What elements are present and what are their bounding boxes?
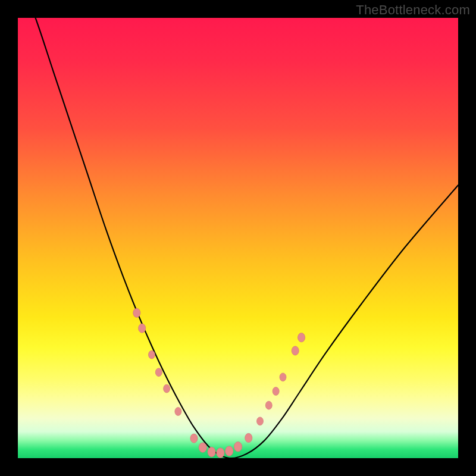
- curve-marker: [208, 447, 215, 457]
- bottleneck-curve: [18, 18, 458, 458]
- curve-marker: [292, 346, 299, 355]
- curve-marker: [280, 373, 286, 381]
- curve-marker: [155, 368, 162, 377]
- curve-marker: [217, 448, 224, 458]
- curve-marker: [226, 446, 233, 456]
- curve-marker: [175, 408, 181, 416]
- curve-marker: [139, 324, 146, 333]
- marker-group: [133, 308, 305, 458]
- curve-marker: [199, 443, 206, 453]
- curve-marker: [133, 308, 140, 317]
- watermark-label: TheBottleneck.com: [356, 2, 470, 18]
- curve-marker: [245, 433, 252, 442]
- curve-marker: [190, 434, 198, 443]
- curve-svg: [18, 18, 458, 458]
- curve-marker: [273, 387, 279, 396]
- curve-marker: [298, 333, 305, 342]
- curve-marker: [234, 441, 242, 452]
- plot-area: [18, 18, 458, 458]
- curve-marker: [164, 384, 170, 393]
- curve-marker: [148, 350, 155, 359]
- curve-marker: [256, 417, 263, 425]
- curve-marker: [265, 401, 272, 409]
- chart-frame: TheBottleneck.com: [0, 0, 476, 476]
